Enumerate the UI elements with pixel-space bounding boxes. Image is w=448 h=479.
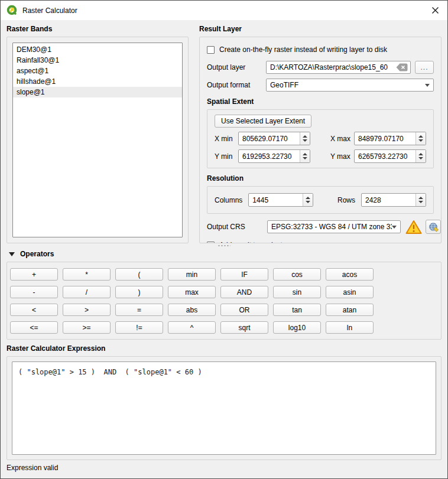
window-title: Raster Calculator [22, 6, 77, 15]
operator-button[interactable]: * [63, 268, 111, 281]
operator-button[interactable]: OR [220, 304, 268, 316]
operator-button[interactable]: sin [273, 286, 321, 298]
result-layer-pane: Result Layer Create on-the-fly raster in… [199, 25, 441, 243]
raster-band-item[interactable]: Rainfall30@1 [13, 55, 182, 66]
output-crs-dropdown[interactable]: EPSG:32733 - WGS 84 / UTM zone 33S [267, 220, 401, 233]
spinner-buttons[interactable] [415, 132, 426, 145]
operator-button[interactable]: abs [168, 304, 216, 316]
operator-button[interactable]: cos [273, 268, 321, 281]
operator-button[interactable]: + [10, 268, 58, 281]
splitter-handle[interactable] [7, 244, 441, 247]
footer-buttons: OK Cancel Help [7, 474, 441, 479]
operator-button[interactable]: min [168, 268, 216, 281]
operator-button[interactable]: asin [326, 286, 374, 298]
use-selected-layer-extent-button[interactable]: Use Selected Layer Extent [215, 115, 311, 128]
create-on-fly-checkbox[interactable] [207, 46, 215, 54]
operator-button[interactable]: tan [273, 304, 321, 316]
ymin-label: Y min [215, 152, 238, 161]
output-layer-label: Output layer [207, 63, 266, 71]
xmin-value: 805629.07170 [239, 132, 300, 145]
select-crs-button[interactable] [426, 220, 441, 234]
result-layer-title: Result Layer [199, 25, 441, 33]
operator-button[interactable]: atan [326, 304, 374, 316]
raster-band-item[interactable]: slope@1 [13, 87, 182, 97]
xmax-label: X max [330, 135, 354, 143]
raster-band-item[interactable]: aspect@1 [13, 66, 182, 76]
operator-button[interactable]: > [63, 304, 111, 316]
expression-valid-status: Expression valid [7, 464, 58, 472]
raster-bands-pane: Raster Bands DEM30@1 Rainfall30@1 aspect… [7, 25, 189, 243]
crs-warning-icon [405, 219, 422, 234]
raster-bands-list[interactable]: DEM30@1 Rainfall30@1 aspect@1 hillshade@… [12, 43, 183, 237]
operator-button[interactable]: < [10, 304, 58, 316]
ymax-spinbox[interactable]: 6265793.22730 [354, 149, 426, 163]
operator-button[interactable]: sqrt [220, 321, 268, 334]
status-bar: Expression valid [7, 464, 441, 474]
operator-button[interactable]: ^ [168, 321, 216, 334]
spinner-buttons[interactable] [415, 194, 426, 206]
xmax-value: 848979.07170 [355, 132, 415, 145]
xmin-spinbox[interactable]: 805629.07170 [238, 132, 310, 145]
expression-title: Raster Calculator Expression [7, 344, 441, 353]
operator-button[interactable]: max [168, 286, 216, 298]
rows-spinbox[interactable]: 2428 [361, 193, 426, 207]
spinner-buttons[interactable] [300, 150, 310, 162]
operator-button[interactable]: >= [63, 321, 111, 334]
operator-button[interactable]: = [115, 304, 163, 316]
ymin-value: 6192953.22730 [239, 150, 300, 162]
operator-button[interactable]: IF [220, 268, 268, 281]
xmin-label: X min [215, 135, 238, 143]
operator-button[interactable]: ( [115, 268, 163, 281]
output-format-dropdown[interactable]: GeoTIFF [266, 79, 434, 92]
operator-button[interactable]: ) [115, 286, 163, 298]
xmax-spinbox[interactable]: 848979.07170 [354, 132, 426, 145]
ymax-label: Y max [330, 152, 354, 161]
spatial-extent-title: Spatial Extent [207, 97, 434, 106]
raster-band-item[interactable]: hillshade@1 [13, 76, 182, 87]
expression-textarea[interactable]: ( "slope@1" > 15 ) AND ( "slope@1" < 60 … [12, 361, 436, 455]
operator-button[interactable]: - [10, 286, 58, 298]
columns-spinbox[interactable]: 1445 [248, 193, 313, 207]
result-layer-frame: Create on-the-fly raster instead of writ… [199, 37, 441, 243]
operator-button[interactable]: acos [326, 268, 374, 281]
columns-value: 1445 [249, 194, 303, 206]
spinner-buttons[interactable] [415, 150, 426, 162]
output-crs-value: EPSG:32733 - WGS 84 / UTM zone 33S [271, 223, 392, 231]
spinner-buttons[interactable] [303, 194, 313, 206]
clear-field-icon[interactable] [396, 63, 408, 71]
resolution-title: Resolution [207, 174, 434, 183]
qgis-logo-icon [7, 5, 18, 16]
collapse-triangle-icon[interactable] [9, 252, 15, 256]
operator-button[interactable]: AND [220, 286, 268, 298]
operator-button[interactable]: / [63, 286, 111, 298]
chevron-down-icon [425, 84, 430, 87]
globe-icon [428, 222, 439, 232]
ymin-spinbox[interactable]: 6192953.22730 [238, 149, 310, 163]
spinner-buttons[interactable] [300, 132, 310, 145]
raster-calculator-dialog: Raster Calculator Raster Bands DEM30@1 [0, 0, 448, 479]
spatial-extent-frame: Use Selected Layer Extent X min 805629.0… [207, 109, 434, 168]
raster-bands-title: Raster Bands [7, 25, 189, 33]
raster-band-item[interactable]: DEM30@1 [13, 44, 182, 55]
operator-button[interactable]: != [115, 321, 163, 334]
add-result-checkbox[interactable] [207, 242, 215, 244]
check-icon [207, 242, 214, 244]
operator-button[interactable]: ln [326, 321, 374, 334]
output-layer-value: D:\KARTOZA\Rasterprac\slope15_60 [270, 63, 396, 71]
rows-label: Rows [337, 196, 355, 204]
operator-button[interactable]: <= [10, 321, 58, 334]
output-layer-input[interactable]: D:\KARTOZA\Rasterprac\slope15_60 [266, 61, 411, 74]
close-icon[interactable] [430, 5, 440, 16]
operators-header[interactable]: Operators [7, 249, 441, 259]
columns-label: Columns [215, 196, 242, 204]
raster-bands-frame: DEM30@1 Rainfall30@1 aspect@1 hillshade@… [7, 37, 189, 243]
output-format-label: Output format [207, 81, 266, 89]
ymax-value: 6265793.22730 [355, 150, 415, 162]
output-crs-label: Output CRS [207, 223, 266, 231]
expression-frame: ( "slope@1" > 15 ) AND ( "slope@1" < 60 … [7, 356, 441, 460]
resolution-frame: Columns 1445 Rows 2428 [207, 186, 434, 214]
titlebar: Raster Calculator [1, 1, 447, 20]
browse-button[interactable]: ... [415, 61, 434, 74]
operators-title: Operators [20, 250, 54, 258]
operator-button[interactable]: log10 [273, 321, 321, 334]
